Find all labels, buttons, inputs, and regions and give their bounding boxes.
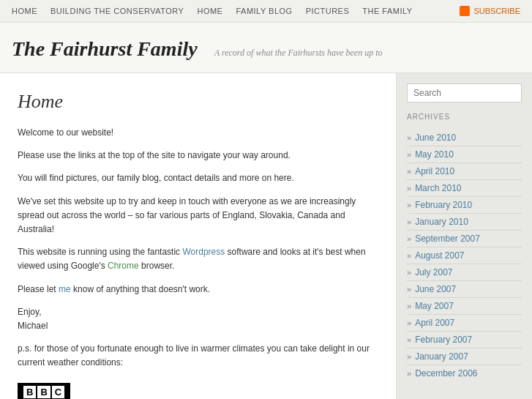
chevron-icon: » [407,251,411,260]
archive-label: April 2010 [415,166,454,176]
nav-the-family[interactable]: THE FAMILY [362,7,412,15]
archives-header: ARCHIVES [407,113,522,124]
para-me: Please let me know of anything that does… [18,283,378,297]
chevron-icon: » [407,268,411,277]
para-wordpress: This website is running using the fantas… [18,245,378,273]
bbc-b1: B [23,386,36,398]
chevron-icon: » [407,201,411,209]
wordpress-link[interactable]: Wordpress [182,247,225,257]
search-input[interactable] [407,83,522,102]
subscribe-button[interactable]: SUBSCRIBE [460,6,520,16]
page-heading: Home [18,91,378,113]
archive-label: May 2010 [415,149,454,160]
chevron-icon: » [407,352,411,361]
archive-label: February 2007 [415,335,472,345]
archive-item[interactable]: »February 2007 [407,332,522,348]
nav-pictures[interactable]: PICTURES [306,7,350,15]
nav-family-blog[interactable]: FAMILY BLOG [236,7,292,15]
chevron-icon: » [407,318,411,327]
chevron-icon: » [407,217,411,226]
archive-label: March 2010 [415,183,461,193]
subscribe-label: SUBSCRIBE [473,7,520,15]
me-link[interactable]: me [59,284,71,294]
archive-item[interactable]: »December 2006 [407,365,522,381]
archive-item[interactable]: »January 2007 [407,348,522,365]
archive-label: April 2007 [415,318,454,328]
rss-icon [460,6,470,16]
para-ps: p.s. for those of you fortunate enough t… [18,342,378,370]
chrome-link[interactable]: Chrome [108,261,139,271]
archive-item[interactable]: »June 2007 [407,281,522,298]
archive-label: December 2006 [415,368,477,379]
bbc-c: C [52,386,64,398]
nav-home-2[interactable]: HOME [197,7,222,15]
bbc-logo: B B C [23,386,64,398]
archive-label: September 2007 [415,234,480,244]
bbc-widget: B B C [18,383,70,399]
archive-item[interactable]: »August 2007 [407,247,522,264]
archives-section: ARCHIVES »June 2010»May 2010»April 2010»… [407,113,522,381]
archive-item[interactable]: »April 2007 [407,315,522,332]
archive-label: July 2007 [415,267,452,277]
archive-label: January 2010 [415,217,468,227]
archive-item[interactable]: »May 2010 [407,146,522,163]
chevron-icon: » [407,167,411,176]
chevron-icon: » [407,302,411,310]
archive-item[interactable]: »March 2010 [407,180,522,197]
layout: Home Welcome to our website! Please use … [0,73,532,399]
archive-label: May 2007 [415,301,454,311]
site-subtitle: A record of what the Fairhursts have bee… [214,48,383,58]
archive-item[interactable]: »May 2007 [407,298,522,315]
archive-item[interactable]: »February 2010 [407,197,522,214]
archive-item[interactable]: »September 2007 [407,231,522,247]
chevron-icon: » [407,369,411,378]
archive-label: June 2010 [415,133,456,143]
para-welcome: Welcome to our website! [18,126,378,140]
chevron-icon: » [407,335,411,344]
archive-label: January 2007 [415,351,468,362]
para-find: You will find pictures, our family blog,… [18,171,378,185]
nav-home-1[interactable]: HOME [12,7,37,15]
archive-item[interactable]: »June 2010 [407,130,522,146]
archive-label: August 2007 [415,250,464,261]
nav-links: HOME BUILDING THE CONSERVATORY HOME FAMI… [12,7,413,15]
sidebar: ARCHIVES »June 2010»May 2010»April 2010»… [397,73,532,399]
archive-item[interactable]: »July 2007 [407,264,522,281]
top-nav: HOME BUILDING THE CONSERVATORY HOME FAMI… [0,0,532,23]
archive-item[interactable]: »January 2010 [407,214,522,231]
chevron-icon: » [407,150,411,159]
chevron-icon: » [407,133,411,142]
archive-label: February 2010 [415,200,472,210]
bbc-b2: B [37,386,50,398]
chevron-icon: » [407,285,411,294]
chevron-icon: » [407,184,411,193]
chevron-icon: » [407,234,411,243]
main-content: Home Welcome to our website! Please use … [0,73,397,399]
archive-item[interactable]: »April 2010 [407,163,522,180]
site-header: The Fairhurst Family A record of what th… [0,23,532,73]
para-links: Please use the links at the top of the s… [18,149,378,163]
archive-label: June 2007 [415,284,456,294]
para-worldwide: We've set this website up to try and kee… [18,195,378,237]
archive-list: »June 2010»May 2010»April 2010»March 201… [407,130,522,381]
nav-conservatory[interactable]: BUILDING THE CONSERVATORY [50,7,184,15]
site-title: The Fairhurst Family [12,37,198,60]
para-enjoy: Enjoy,Michael [18,305,378,333]
